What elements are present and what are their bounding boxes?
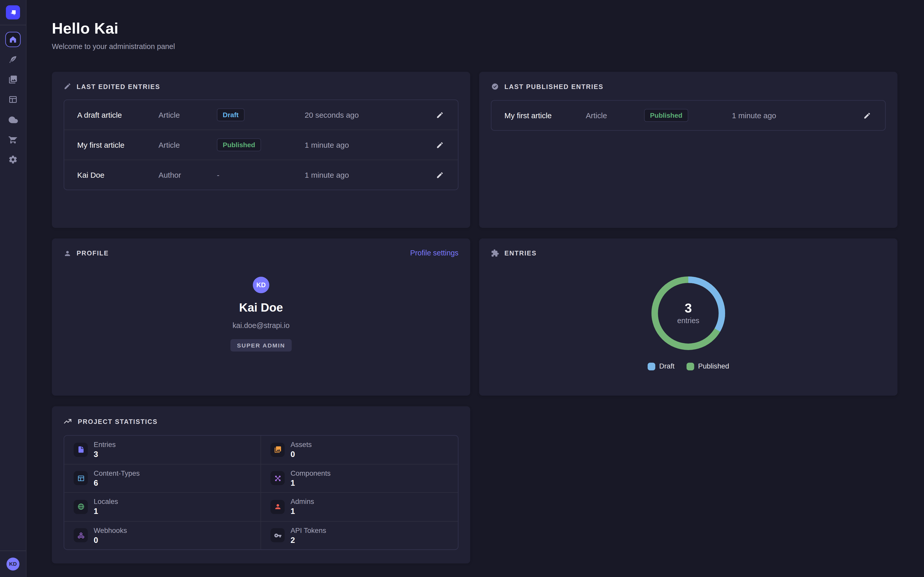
entries-donut-chart: 3 entries [647,272,729,355]
stat-webhooks: Webhooks 0 [64,521,261,549]
stat-label: Components [291,469,331,477]
sidebar-item-content-manager[interactable] [5,52,21,67]
last-published-entries-card: LAST PUBLISHED ENTRIES My first article … [479,72,898,228]
entry-type: Article [586,111,644,120]
stat-value: 6 [94,479,140,487]
sidebar-footer: KD [0,551,26,577]
home-icon [9,35,17,44]
stat-assets: Assets 0 [261,436,458,464]
stat-value: 0 [94,536,127,545]
sidebar-item-content-type-builder[interactable] [5,92,21,107]
edit-entry-button[interactable] [435,140,445,150]
card-header: ENTRIES [491,249,886,257]
card-header: LAST EDITED ENTRIES [64,82,459,90]
stat-value: 1 [94,507,118,516]
entries-card: ENTRIES 3 entries [479,239,898,396]
stats-row: Locales 1 Admins 1 [64,492,458,521]
profile-settings-link[interactable]: Profile settings [410,249,459,257]
stat-label: Webhooks [94,526,127,534]
profile-body: KD Kai Doe kai.doe@strapi.io SUPER ADMIN [64,257,459,351]
page-subtitle: Welcome to your administration panel [52,42,898,50]
entry-type: Article [158,110,217,119]
status-empty: - [217,171,220,179]
edit-entry-button[interactable] [435,110,445,120]
card-title: LAST EDITED ENTRIES [76,83,160,90]
card-title: PROFILE [76,250,109,257]
key-icon [271,528,284,542]
strapi-admin-dashboard: KD Hello Kai Welcome to your administrat… [0,0,924,577]
dashboard-grid: LAST EDITED ENTRIES A draft article Arti… [52,72,898,563]
entry-row[interactable]: My first article Article Published 1 min… [491,101,885,130]
user-avatar[interactable]: KD [6,558,19,571]
edit-entry-button[interactable] [862,110,872,120]
main-content: Hello Kai Welcome to your administration… [26,0,924,577]
stat-value: 1 [291,479,331,487]
entry-type: Author [158,171,217,179]
entries-total: 3 [685,301,692,316]
layout-icon [8,95,18,105]
legend-label: Published [698,362,729,370]
webhook-icon [74,528,88,542]
stat-value: 3 [94,450,116,459]
stats-grid: Entries 3 Assets 0 [64,435,459,550]
nodes-icon [271,471,284,485]
sidebar-item-settings[interactable] [5,152,21,167]
stat-label: Entries [94,440,116,449]
check-circle-icon [491,82,499,90]
stat-components: Components 1 [261,464,458,492]
stat-value: 2 [291,536,326,545]
sidebar-divider [0,551,26,551]
entry-row[interactable]: A draft article Article Draft 20 seconds… [64,100,458,129]
stats-row: Entries 3 Assets 0 [64,436,458,464]
entry-name: My first article [77,140,158,149]
sidebar-item-marketplace[interactable] [5,132,21,147]
entry-time: 20 seconds ago [305,110,435,119]
stat-label: API Tokens [291,526,326,534]
last-published-table: My first article Article Published 1 min… [491,100,886,131]
entry-time: 1 minute ago [305,171,435,179]
stat-value: 0 [291,450,312,459]
stats-row: Content-Types 6 Components 1 [64,464,458,492]
document-icon [74,443,88,457]
status-badge: Published [217,139,261,152]
sidebar-item-home[interactable] [5,32,21,47]
stat-api-tokens: API Tokens 2 [261,521,458,549]
project-statistics-card: PROJECT STATISTICS Entries 3 [52,406,470,563]
entry-type: Article [158,140,217,149]
layout-icon [74,471,88,485]
pencil-icon [863,111,871,119]
sidebar-item-media-library[interactable] [5,72,21,87]
card-header: PROJECT STATISTICS [64,417,459,426]
pictures-icon [271,443,284,457]
legend-item-published: Published [687,362,729,370]
published-swatch [687,363,694,370]
legend-label: Draft [659,362,675,370]
card-title: PROJECT STATISTICS [78,418,158,425]
stat-label: Content-Types [94,469,140,477]
stat-locales: Locales 1 [64,493,261,521]
donut-center: 3 entries [647,272,729,355]
person-icon [64,249,71,257]
entry-row[interactable]: My first article Article Published 1 min… [64,129,458,160]
card-title: ENTRIES [504,250,537,257]
last-edited-entries-card: LAST EDITED ENTRIES A draft article Arti… [52,72,470,228]
edit-entry-button[interactable] [435,170,445,180]
stat-entries: Entries 3 [64,436,261,464]
strapi-logo-glyph [8,8,17,17]
draft-swatch [647,363,655,370]
pencil-icon [436,111,444,119]
entry-row[interactable]: Kai Doe Author - 1 minute ago [64,160,458,190]
card-header: PROFILE Profile settings [64,249,459,257]
person-icon [271,500,284,514]
profile-card: PROFILE Profile settings KD Kai Doe kai.… [52,239,470,396]
profile-email: kai.doe@strapi.io [233,322,289,330]
sidebar-item-deploy[interactable] [5,112,21,127]
profile-name: Kai Doe [239,301,283,314]
chart-legend: Draft Published [647,362,729,370]
stat-label: Admins [291,498,314,506]
trending-up-icon [64,417,73,426]
strapi-logo [6,5,20,19]
stat-admins: Admins 1 [261,493,458,521]
pencil-icon [436,141,444,149]
entry-time: 1 minute ago [305,140,435,149]
